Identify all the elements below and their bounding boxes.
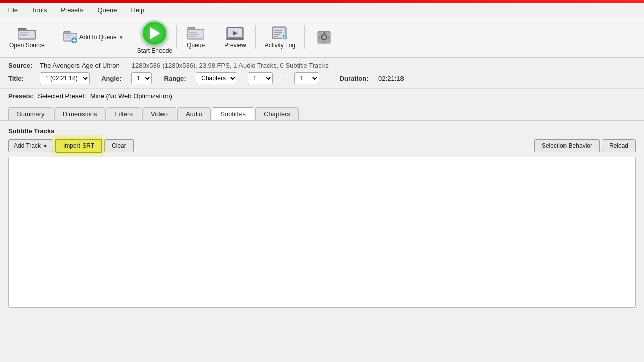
start-encode-label: Start Encode — [137, 47, 172, 54]
import-srt-label: Import SRT — [63, 142, 94, 149]
tab-audio[interactable]: Audio — [177, 107, 211, 120]
source-label: Source: — [8, 62, 36, 69]
tab-subtitles[interactable]: Subtitles — [212, 107, 254, 120]
menu-file[interactable]: File — [4, 5, 21, 15]
chapter-from-select[interactable]: 1 — [248, 72, 273, 84]
toolbar-sep-3 — [176, 25, 177, 49]
activity-log-button[interactable]: Activity Log — [260, 24, 300, 51]
toolbar-sep-6 — [304, 25, 305, 49]
toolbar-sep-4 — [215, 25, 215, 49]
selected-preset-value: Mine (No Web Optimization) — [90, 92, 172, 100]
open-source-label: Open Source — [9, 42, 45, 49]
toolbar: Open Source Add to Queue ▼ Start Encode — [0, 17, 644, 58]
toolbar-sep-5 — [255, 25, 256, 49]
presets-label: Presets: — [8, 92, 34, 100]
tabs-container: Summary Dimensions Filters Video Audio S… — [0, 103, 644, 121]
title-label: Title: — [8, 75, 36, 82]
selected-preset-label: Selected Preset: — [38, 92, 86, 100]
duration-label: Duration: — [340, 75, 369, 82]
subtitle-tracks-section: Subtitle Tracks Add Track ▼ Import SRT C… — [8, 127, 636, 308]
activity-log-icon — [271, 26, 289, 41]
toolbar-sep-2 — [133, 25, 133, 49]
queue-button[interactable]: Queue — [181, 24, 211, 51]
add-track-label: Add Track — [14, 142, 41, 149]
toolbar-sep-1 — [54, 25, 54, 49]
add-track-arrow-icon: ▼ — [43, 143, 48, 149]
menu-queue[interactable]: Queue — [94, 5, 120, 15]
title-select[interactable]: 1 (02:21:18) — [40, 72, 90, 84]
svg-rect-24 — [233, 40, 236, 40]
start-encode-group: Start Encode — [137, 20, 172, 54]
menu-help[interactable]: Help — [128, 5, 147, 15]
clear-label: Clear — [112, 142, 126, 149]
presets-row: Presets: Selected Preset: Mine (No Web O… — [0, 89, 644, 103]
add-to-queue-button[interactable]: Add to Queue ▼ — [58, 28, 129, 46]
open-source-icon — [18, 26, 36, 41]
add-to-queue-dropdown-arrow[interactable]: ▼ — [119, 35, 124, 40]
range-select[interactable]: Chapters — [196, 72, 237, 84]
source-area: Source: The Avengers Age of Ultron 1280x… — [0, 58, 644, 89]
clear-button[interactable]: Clear — [104, 139, 134, 152]
duration-value: 02:21:18 — [378, 75, 404, 82]
preview-button[interactable]: Preview — [219, 24, 251, 51]
reload-button[interactable]: Reload — [602, 139, 636, 152]
queue-label: Queue — [187, 42, 205, 49]
settings-icon — [315, 30, 333, 45]
title-row: Title: 1 (02:21:18) Angle: 1 Range: Chap… — [8, 72, 636, 84]
tab-chapters[interactable]: Chapters — [255, 107, 299, 120]
source-row: Source: The Avengers Age of Ultron 1280x… — [8, 62, 636, 69]
preview-icon — [226, 26, 244, 41]
angle-select[interactable]: 1 — [131, 72, 152, 84]
chapter-to-select[interactable]: 1 — [294, 72, 319, 84]
play-icon — [150, 27, 160, 39]
import-srt-button[interactable]: Import SRT — [55, 139, 102, 153]
menu-tools[interactable]: Tools — [29, 5, 50, 15]
queue-icon — [187, 26, 205, 41]
svg-rect-2 — [19, 31, 35, 38]
track-list-area — [8, 157, 636, 308]
menubar: File Tools Presets Queue Help — [0, 3, 644, 17]
add-to-queue-icon — [63, 30, 77, 44]
tab-video[interactable]: Video — [142, 107, 176, 120]
range-label: Range: — [164, 75, 186, 82]
subtitle-toolbar: Add Track ▼ Import SRT Clear Selection B… — [8, 139, 636, 153]
tab-summary[interactable]: Summary — [8, 107, 53, 120]
open-source-button[interactable]: Open Source — [4, 24, 50, 51]
angle-label: Angle: — [101, 75, 121, 82]
add-to-queue-label: Add to Queue — [79, 34, 117, 41]
menu-presets[interactable]: Presets — [58, 5, 86, 15]
start-encode-button[interactable] — [141, 20, 168, 46]
selection-behavior-button[interactable]: Selection Behavior — [534, 139, 600, 152]
preview-label: Preview — [224, 42, 246, 49]
subtitle-tracks-title: Subtitle Tracks — [8, 127, 636, 135]
tab-filters[interactable]: Filters — [107, 107, 141, 120]
activity-log-label: Activity Log — [265, 42, 295, 49]
tab-dimensions[interactable]: Dimensions — [54, 107, 106, 120]
selection-behavior-label: Selection Behavior — [542, 142, 592, 149]
chapter-dash: - — [282, 75, 284, 82]
main-content: Subtitle Tracks Add Track ▼ Import SRT C… — [0, 121, 644, 314]
source-filename: The Avengers Age of Ultron — [40, 62, 120, 69]
svg-rect-23 — [226, 38, 244, 40]
settings-button[interactable] — [309, 28, 339, 47]
reload-label: Reload — [609, 142, 628, 149]
source-meta: 1280x536 (1280x536), 23.98 FPS, 1 Audio … — [132, 62, 329, 69]
add-track-button[interactable]: Add Track ▼ — [8, 139, 53, 152]
